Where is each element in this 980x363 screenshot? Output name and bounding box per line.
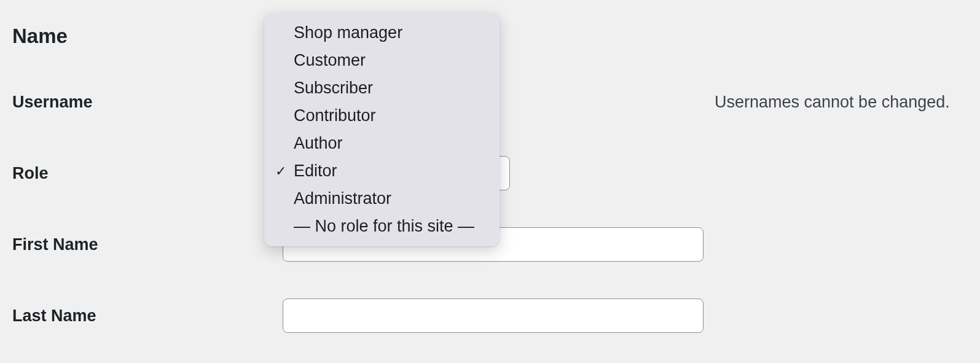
role-option-label: Administrator — [294, 189, 487, 208]
role-option-label: — No role for this site — — [294, 217, 487, 236]
role-option-label: Customer — [294, 51, 487, 70]
role-option-label: Shop manager — [294, 23, 487, 42]
role-option-administrator[interactable]: Administrator — [264, 185, 500, 213]
role-option-shop-manager[interactable]: Shop manager — [264, 19, 500, 47]
last-name-label: Last Name — [12, 306, 283, 326]
role-label: Role — [12, 164, 283, 183]
check-icon: ✓ — [275, 163, 294, 179]
role-option-editor[interactable]: ✓ Editor — [264, 157, 500, 185]
role-option-subscriber[interactable]: Subscriber — [264, 74, 500, 102]
role-option-customer[interactable]: Customer — [264, 47, 500, 74]
last-name-row: Last Name — [12, 299, 968, 333]
last-name-input[interactable] — [283, 299, 704, 333]
first-name-label: First Name — [12, 235, 283, 254]
username-hint: Usernames cannot be changed. — [715, 93, 950, 112]
role-option-label: Editor — [294, 162, 487, 181]
role-option-label: Subscriber — [294, 79, 487, 98]
role-option-label: Author — [294, 134, 487, 153]
role-option-contributor[interactable]: Contributor — [264, 102, 500, 130]
role-dropdown[interactable]: Shop manager Customer Subscriber Contrib… — [264, 13, 500, 246]
role-option-label: Contributor — [294, 106, 487, 125]
username-label: Username — [12, 93, 283, 112]
role-option-author[interactable]: Author — [264, 130, 500, 157]
role-option-no-role[interactable]: — No role for this site — — [264, 213, 500, 240]
